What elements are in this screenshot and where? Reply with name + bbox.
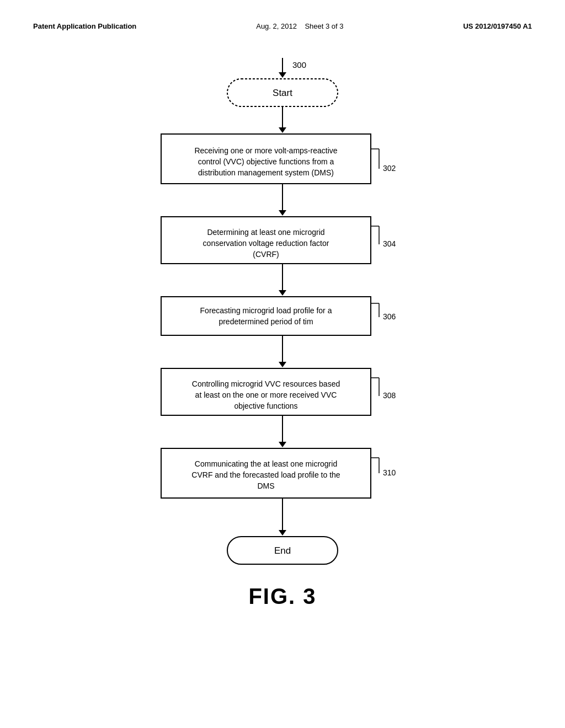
step-304-line3: (CVRF) xyxy=(253,250,279,259)
step-308-line3: objective functions xyxy=(234,402,297,410)
step-302-line2: control (VVC) objective functions from a xyxy=(198,157,334,166)
header-date-sheet: Aug. 2, 2012 Sheet 3 of 3 xyxy=(256,22,343,30)
step-308-line1: Controlling microgrid VVC resources base… xyxy=(192,379,340,388)
header-patent-number: US 2012/0197450 A1 xyxy=(463,22,532,30)
step-306-label: 306 xyxy=(383,312,396,321)
start-label: Start xyxy=(273,88,292,98)
end-label: End xyxy=(274,545,291,556)
svg-marker-14 xyxy=(279,290,286,296)
step-308-line2: at least on the one or more received VVC xyxy=(195,390,337,399)
step-310-label: 310 xyxy=(383,468,396,477)
step-302-line1: Receiving one or more volt-amps-reactive xyxy=(194,146,337,155)
svg-rect-15 xyxy=(161,297,371,335)
header-sheet: Sheet 3 of 3 xyxy=(305,22,343,30)
svg-marker-19 xyxy=(279,362,286,367)
step-310-line3: DMS xyxy=(257,481,274,490)
svg-marker-1 xyxy=(279,72,286,78)
svg-marker-24 xyxy=(279,442,286,447)
step-308-label: 308 xyxy=(383,391,396,400)
step-302-label: 302 xyxy=(383,164,396,173)
header-publication-label: Patent Application Publication xyxy=(33,22,136,30)
svg-marker-29 xyxy=(279,530,286,536)
step-306-line1: Forecasting microgrid load profile for a xyxy=(200,306,332,315)
step-310-line2: CVRF and the forecasted load profile to … xyxy=(191,470,340,479)
step-302-line3: distribution management system (DMS) xyxy=(198,168,334,177)
step-306-line2: predetermined period of tim xyxy=(218,317,313,326)
step-304-line2: conservation voltage reduction factor xyxy=(203,239,329,248)
svg-marker-9 xyxy=(279,210,286,216)
page-header: Patent Application Publication Aug. 2, 2… xyxy=(33,22,532,30)
header-date: Aug. 2, 2012 xyxy=(256,22,297,30)
page: Patent Application Publication Aug. 2, 2… xyxy=(0,0,565,728)
figure-label: FIG. 3 xyxy=(248,584,316,608)
flowchart-diagram: 300 Start Receiving one or more volt-amp… xyxy=(89,47,476,631)
step-304-label: 304 xyxy=(383,239,396,248)
step-310-line1: Communicating the at least one microgrid xyxy=(195,459,337,468)
svg-marker-4 xyxy=(279,127,286,133)
step-304-line1: Determining at least one microgrid xyxy=(207,228,324,237)
diagram-number: 300 xyxy=(292,60,306,69)
